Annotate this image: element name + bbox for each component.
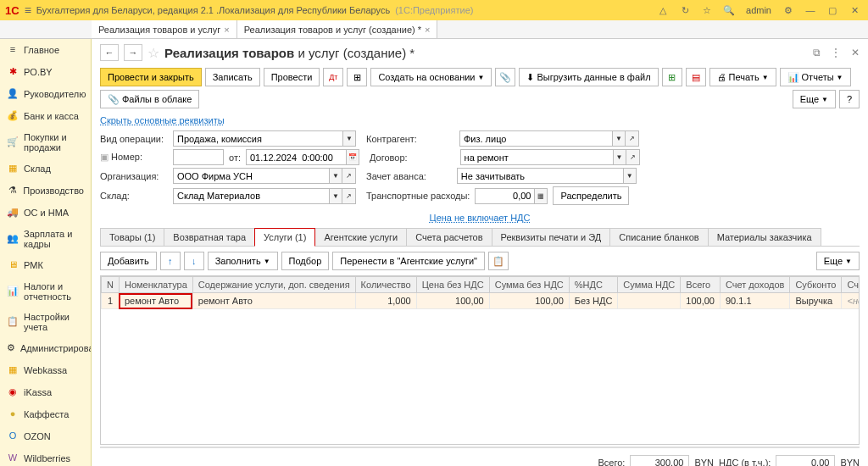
cell-vat-acc[interactable]: <не требуется> bbox=[842, 293, 860, 309]
search-icon[interactable]: 🔍 bbox=[721, 2, 737, 19]
sidebar-item-1[interactable]: ✱PO.BY bbox=[0, 61, 91, 83]
column-header[interactable]: Субконто bbox=[790, 277, 842, 293]
dropdown-icon[interactable]: ▼ bbox=[329, 188, 342, 204]
tab-doc-list[interactable]: Реализация товаров и услуг × bbox=[92, 20, 237, 38]
table-row[interactable]: 1 ремонт Авто ремонт Авто 1,000 100,00 1… bbox=[102, 293, 860, 309]
print-button[interactable]: 🖨 Печать ▼ bbox=[709, 68, 776, 86]
subtab-7[interactable]: Материалы заказчика bbox=[708, 228, 821, 246]
calendar-icon[interactable]: 📅 bbox=[346, 149, 359, 165]
cell-price[interactable]: 100,00 bbox=[416, 293, 489, 309]
column-header[interactable]: Сумма НДС bbox=[618, 277, 681, 293]
org-field[interactable] bbox=[173, 168, 329, 184]
dropdown-icon[interactable]: ▼ bbox=[342, 130, 356, 147]
dropdown-icon[interactable]: ▼ bbox=[329, 168, 342, 184]
copy-button[interactable]: 📋 bbox=[488, 252, 509, 270]
cell-content[interactable]: ремонт Авто bbox=[192, 293, 355, 309]
column-header[interactable]: %НДС bbox=[569, 277, 618, 293]
structure-button[interactable]: ⊞ bbox=[347, 68, 367, 86]
sidebar-item-7[interactable]: 🚚ОС и НМА bbox=[0, 202, 91, 224]
close-doc-icon[interactable]: ✕ bbox=[851, 47, 860, 58]
forward-button[interactable]: → bbox=[124, 44, 142, 61]
hide-main-props-link[interactable]: Скрыть основные реквизиты bbox=[92, 114, 868, 127]
open-icon[interactable]: ↗ bbox=[342, 168, 356, 184]
reports-button[interactable]: 📊 Отчеты ▼ bbox=[780, 68, 851, 86]
sidebar-item-5[interactable]: ▦Склад bbox=[0, 158, 91, 180]
close-icon[interactable]: × bbox=[224, 25, 229, 35]
sidebar-item-9[interactable]: 🖥РМК bbox=[0, 254, 91, 276]
table-more-button[interactable]: Еще ▼ bbox=[816, 252, 860, 270]
post-close-button[interactable]: Провести и закрыть bbox=[100, 68, 202, 86]
counterparty-field[interactable] bbox=[459, 130, 612, 147]
pick-button[interactable]: Подбор bbox=[281, 252, 330, 270]
save-button[interactable]: Записать bbox=[205, 68, 260, 86]
move-down-button[interactable]: ↓ bbox=[184, 252, 204, 270]
cell-nomenclature[interactable]: ремонт Авто bbox=[119, 293, 192, 309]
history-icon[interactable]: ↻ bbox=[676, 2, 693, 19]
cell-total[interactable]: 100,00 bbox=[681, 293, 721, 309]
sidebar-item-8[interactable]: 👥Зарплата и кадры bbox=[0, 224, 91, 254]
cell-income-acc[interactable]: 90.1.1 bbox=[720, 293, 789, 309]
close-window-icon[interactable]: ✕ bbox=[846, 2, 863, 19]
options-icon[interactable]: ⋮ bbox=[831, 47, 841, 58]
cell-vat-pct[interactable]: Без НДС bbox=[569, 293, 618, 309]
sidebar-item-0[interactable]: ≡Главное bbox=[0, 39, 91, 61]
back-button[interactable]: ← bbox=[100, 44, 119, 61]
column-header[interactable]: Номенклатура bbox=[119, 277, 192, 293]
pdf-button[interactable]: ▤ bbox=[686, 68, 706, 86]
sidebar-item-14[interactable]: ◉iKassa bbox=[0, 381, 91, 403]
fill-button[interactable]: Заполнить ▼ bbox=[208, 252, 278, 270]
favorite-icon[interactable]: ☆ bbox=[147, 45, 159, 61]
sidebar-item-12[interactable]: ⚙Администрирование bbox=[0, 337, 91, 359]
cell-vat-sum[interactable] bbox=[618, 293, 681, 309]
column-header[interactable]: Сумма без НДС bbox=[489, 277, 569, 293]
dropdown-icon[interactable]: ▼ bbox=[612, 130, 626, 147]
number-field[interactable] bbox=[173, 149, 224, 165]
sidebar-item-13[interactable]: ▦Webkassa bbox=[0, 359, 91, 381]
move-up-button[interactable]: ↑ bbox=[160, 252, 181, 270]
cell-qty[interactable]: 1,000 bbox=[355, 293, 416, 309]
cell-sum[interactable]: 100,00 bbox=[489, 293, 569, 309]
user-name[interactable]: admin bbox=[746, 5, 771, 15]
subtab-5[interactable]: Реквизиты печати и ЭД bbox=[492, 228, 611, 246]
tab-doc-create[interactable]: Реализация товаров и услуг (создание) * … bbox=[237, 20, 438, 38]
more-button[interactable]: Еще ▼ bbox=[793, 90, 836, 108]
open-icon[interactable]: ↗ bbox=[626, 130, 639, 147]
column-header[interactable]: N bbox=[102, 277, 120, 293]
dropdown-icon[interactable]: ▼ bbox=[623, 168, 637, 184]
op-type-field[interactable] bbox=[173, 130, 342, 147]
move-agent-button[interactable]: Перенести в "Агентские услуги" bbox=[332, 252, 485, 270]
sidebar-item-4[interactable]: 🛒Покупки и продажи bbox=[0, 127, 91, 158]
excel-button[interactable]: ⊞ bbox=[662, 68, 682, 86]
maximize-icon[interactable]: ▢ bbox=[824, 2, 841, 19]
column-header[interactable]: Содержание услуги, доп. сведения bbox=[192, 277, 355, 293]
contract-field[interactable] bbox=[460, 149, 613, 165]
column-header[interactable]: Цена без НДС bbox=[416, 277, 489, 293]
subtab-4[interactable]: Счета расчетов bbox=[406, 228, 492, 246]
detach-icon[interactable]: ⧉ bbox=[813, 47, 821, 58]
sidebar-item-16[interactable]: OOZON bbox=[0, 425, 91, 447]
sidebar-item-17[interactable]: WWildberries bbox=[0, 447, 91, 466]
sidebar-item-6[interactable]: ⚗Производство bbox=[0, 180, 91, 202]
open-icon[interactable]: ↗ bbox=[342, 188, 356, 204]
subtab-3[interactable]: Агентские услуги bbox=[314, 228, 407, 246]
help-button[interactable]: ? bbox=[839, 90, 860, 108]
distribute-button[interactable]: Распределить bbox=[553, 186, 629, 205]
date-field[interactable] bbox=[246, 149, 346, 165]
bell-icon[interactable]: △ bbox=[654, 2, 671, 19]
services-table[interactable]: NНоменклатураСодержание услуги, доп. све… bbox=[100, 275, 860, 445]
advance-field[interactable] bbox=[457, 168, 623, 184]
warehouse-field[interactable] bbox=[173, 188, 329, 204]
settings-icon[interactable]: ⚙ bbox=[780, 2, 797, 19]
sidebar-item-11[interactable]: 📋Настройки учета bbox=[0, 307, 91, 337]
close-icon[interactable]: × bbox=[425, 25, 430, 35]
sidebar-item-2[interactable]: 👤Руководителю bbox=[0, 83, 91, 105]
horizontal-scrollbar[interactable] bbox=[100, 447, 860, 448]
cloud-files-button[interactable]: 📎 Файлы в облаке bbox=[100, 90, 199, 108]
menu-icon[interactable]: ≡ bbox=[25, 3, 31, 17]
sidebar-item-10[interactable]: 📊Налоги и отчетность bbox=[0, 276, 91, 307]
minimize-icon[interactable]: — bbox=[802, 2, 819, 19]
cell-subconto[interactable]: Выручка bbox=[790, 293, 842, 309]
sidebar-item-3[interactable]: 💰Банк и касса bbox=[0, 105, 91, 127]
dt-kt-button[interactable]: Дт bbox=[323, 68, 343, 86]
transport-field[interactable] bbox=[475, 188, 534, 204]
